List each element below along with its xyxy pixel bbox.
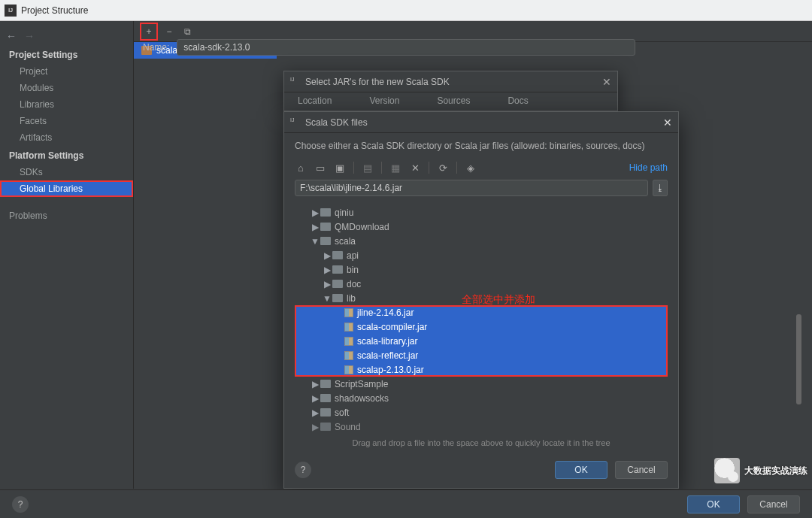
separator (456, 162, 457, 174)
jar-icon (344, 365, 353, 374)
path-row: ⭳ (284, 177, 678, 202)
dialog1-titlebar: IJ Select JAR's for the new Scala SDK ✕ (284, 71, 617, 92)
tree-file[interactable]: scala-reflect.jar (295, 348, 668, 362)
annotation-text: 全部选中并添加 (462, 293, 535, 307)
tree-folder[interactable]: ▶bin (295, 262, 668, 277)
name-row: Name: (143, 35, 803, 60)
cancel-button[interactable]: Cancel (615, 461, 668, 479)
jar-icon (344, 323, 353, 332)
jar-icon (344, 308, 353, 317)
sidebar-item-modules[interactable]: Modules (0, 80, 133, 96)
forward-icon: → (24, 30, 35, 42)
folder-icon (320, 408, 331, 417)
tree-folder[interactable]: ▶doc (295, 277, 668, 291)
tree-file[interactable]: scala-compiler.jar (295, 320, 668, 334)
home-icon[interactable]: ⌂ (295, 162, 307, 174)
platform-settings-header: Platform Settings (0, 146, 133, 164)
dialog2-title: Scala SDK files (305, 117, 368, 128)
sidebar-item-facets[interactable]: Facets (0, 113, 133, 129)
module-icon: ▦ (389, 162, 401, 174)
file-tree: ▶qiniu ▶QMDownload ▼scala ▶api ▶bin ▶doc… (284, 202, 678, 437)
show-hidden-icon[interactable]: ◈ (465, 162, 477, 174)
name-label: Name: (143, 42, 169, 53)
new-folder-icon: ▤ (362, 162, 374, 174)
folder-icon (320, 380, 331, 388)
folder-icon (320, 223, 331, 231)
app-icon: IJ (290, 117, 301, 128)
project-settings-header: Project Settings (0, 45, 133, 63)
refresh-icon[interactable]: ⟳ (437, 162, 449, 174)
name-field[interactable] (177, 39, 635, 56)
watermark: 大数据实战演练 (714, 458, 807, 483)
help-button[interactable]: ? (12, 496, 29, 513)
dialog2-message: Choose either a Scala SDK directory or S… (284, 133, 678, 159)
sidebar-item-project[interactable]: Project (0, 63, 133, 80)
close-icon[interactable]: ✕ (602, 76, 611, 88)
nav-row: ← → (0, 27, 133, 45)
drag-hint: Drag and drop a file into the space abov… (284, 437, 678, 455)
sidebar-item-sdks[interactable]: SDKs (0, 164, 133, 180)
folder-icon (320, 208, 331, 217)
folder-icon (320, 237, 331, 245)
separator (353, 162, 354, 174)
tree-folder[interactable]: ▶Sound (295, 420, 668, 434)
tab-location[interactable]: Location (298, 95, 332, 111)
dialog2-titlebar: IJ Scala SDK files ✕ (284, 112, 678, 133)
close-icon[interactable]: ✕ (663, 117, 672, 129)
folder-icon (332, 265, 343, 274)
separator (381, 162, 382, 174)
sidebar-item-problems[interactable]: Problems (0, 208, 133, 224)
history-dropdown-icon[interactable]: ⭳ (653, 180, 668, 196)
tree-file[interactable]: scala-library.jar (295, 334, 668, 348)
ok-button[interactable]: OK (687, 495, 740, 513)
folder-icon (332, 280, 343, 288)
dialog2-toolbar: ⌂ ▭ ▣ ▤ ▦ ✕ ⟳ ◈ Hide path (284, 159, 678, 177)
sidebar-item-libraries[interactable]: Libraries (0, 96, 133, 113)
wechat-icon (714, 458, 740, 483)
sidebar: ← → Project Settings Project Modules Lib… (0, 21, 134, 489)
sidebar-item-global-libraries[interactable]: Global Libraries (0, 180, 133, 197)
separator (429, 162, 429, 174)
tab-docs[interactable]: Docs (508, 95, 528, 111)
tree-folder[interactable]: ▶QMDownload (295, 220, 668, 234)
window-title: Project Structure (21, 5, 88, 16)
cancel-button[interactable]: Cancel (747, 495, 800, 513)
watermark-text: 大数据实战演练 (744, 465, 807, 477)
ok-button[interactable]: OK (555, 461, 607, 479)
sidebar-item-artifacts[interactable]: Artifacts (0, 129, 133, 146)
app-icon: IJ (5, 5, 17, 17)
select-jars-dialog: IJ Select JAR's for the new Scala SDK ✕ … (283, 71, 618, 111)
delete-icon[interactable]: ✕ (409, 162, 421, 174)
details-pane: Name: (143, 35, 803, 60)
dialog1-tabs: Location Version Sources Docs (284, 92, 617, 111)
main-bottom-bar: ? OK Cancel (0, 489, 812, 518)
hide-path-link[interactable]: Hide path (629, 162, 668, 173)
help-button[interactable]: ? (295, 462, 311, 478)
jar-icon (344, 351, 353, 360)
tree-folder-scala[interactable]: ▼scala (295, 234, 668, 248)
tab-sources[interactable]: Sources (437, 95, 470, 111)
tree-folder[interactable]: ▶ScriptSample (295, 377, 668, 391)
tab-version[interactable]: Version (369, 95, 399, 111)
path-field[interactable] (295, 180, 648, 196)
scrollbar-thumb[interactable] (796, 314, 801, 404)
bottom-buttons: OK Cancel (687, 495, 800, 513)
dialog1-title: Select JAR's for the new Scala SDK (305, 77, 450, 87)
tree-file[interactable]: jline-2.14.6.jar (295, 305, 668, 320)
app-icon: IJ (290, 77, 301, 87)
folder-icon (332, 251, 343, 259)
tree-folder[interactable]: ▶api (295, 248, 668, 262)
folder-icon (332, 294, 343, 302)
folder-icon (320, 423, 331, 431)
jar-icon (344, 337, 353, 346)
selected-files: jline-2.14.6.jar scala-compiler.jar scal… (295, 305, 668, 377)
desktop-icon[interactable]: ▭ (314, 162, 326, 174)
tree-folder[interactable]: ▶soft (295, 405, 668, 420)
tree-file[interactable]: scalap-2.13.0.jar (295, 362, 668, 377)
folder-icon (320, 394, 331, 402)
tree-folder[interactable]: ▶qiniu (295, 205, 668, 220)
back-icon[interactable]: ← (6, 30, 17, 42)
project-icon[interactable]: ▣ (334, 162, 346, 174)
dialog2-bottom: ? OK Cancel (284, 455, 678, 488)
tree-folder[interactable]: ▶shadowsocks (295, 391, 668, 405)
